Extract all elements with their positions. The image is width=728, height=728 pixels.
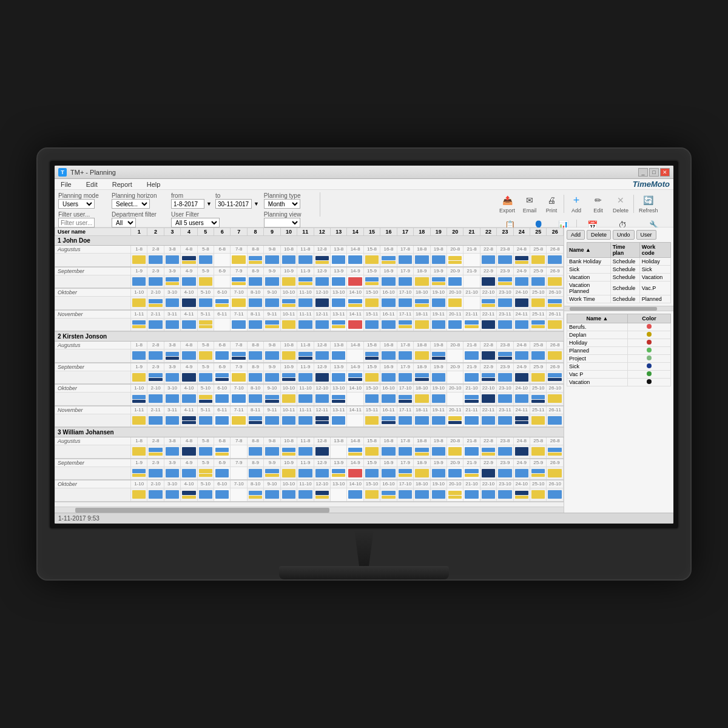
menu-edit[interactable]: Edit xyxy=(84,181,100,188)
day-cell[interactable] xyxy=(164,275,180,288)
day-cell[interactable] xyxy=(164,445,180,459)
day-cell[interactable] xyxy=(380,254,397,267)
day-cell[interactable] xyxy=(363,349,380,363)
menu-help[interactable]: Help xyxy=(144,181,163,188)
day-cell[interactable] xyxy=(147,254,164,267)
day-cell[interactable] xyxy=(331,275,347,288)
day-cell[interactable] xyxy=(447,275,463,288)
day-cell[interactable] xyxy=(231,393,247,406)
day-cell[interactable] xyxy=(214,488,231,502)
day-cell[interactable] xyxy=(147,275,164,288)
day-cell[interactable] xyxy=(280,488,297,502)
day-cell[interactable] xyxy=(314,488,330,502)
day-cell[interactable] xyxy=(331,467,347,480)
delete-button[interactable]: ✕ Delete xyxy=(610,192,631,215)
day-cell[interactable] xyxy=(331,371,347,384)
day-cell[interactable] xyxy=(513,254,530,267)
day-cell[interactable] xyxy=(530,414,547,427)
day-cell[interactable] xyxy=(463,297,480,310)
day-cell[interactable] xyxy=(331,349,347,363)
rp-table-row[interactable]: VacationScheduleVacation xyxy=(567,274,671,281)
day-cell[interactable] xyxy=(231,414,247,427)
day-cell[interactable] xyxy=(331,318,347,331)
day-cell[interactable] xyxy=(130,488,147,502)
day-cell[interactable] xyxy=(247,467,263,480)
day-cell[interactable] xyxy=(280,318,297,331)
day-cell[interactable] xyxy=(197,275,214,288)
day-cell[interactable] xyxy=(331,393,347,406)
legend-row[interactable]: Vac P xyxy=(567,371,671,379)
day-cell[interactable] xyxy=(147,467,164,480)
to-date-input[interactable] xyxy=(215,199,252,209)
day-cell[interactable] xyxy=(181,488,197,502)
day-cell[interactable] xyxy=(447,467,463,480)
day-cell[interactable] xyxy=(380,371,397,384)
legend-row[interactable]: Berufs. xyxy=(567,323,671,331)
day-cell[interactable] xyxy=(497,371,513,384)
day-cell[interactable] xyxy=(164,318,180,331)
day-cell[interactable] xyxy=(314,349,330,363)
day-cell[interactable] xyxy=(463,371,480,384)
day-cell[interactable] xyxy=(197,297,214,310)
day-cell[interactable] xyxy=(181,318,197,331)
day-cell[interactable] xyxy=(430,254,447,267)
day-cell[interactable] xyxy=(530,371,547,384)
day-cell[interactable] xyxy=(130,275,147,288)
day-cell[interactable] xyxy=(530,254,547,267)
day-cell[interactable] xyxy=(397,393,413,406)
day-cell[interactable] xyxy=(463,445,480,459)
day-cell[interactable] xyxy=(264,414,280,427)
day-cell[interactable] xyxy=(231,488,247,502)
day-cell[interactable] xyxy=(497,414,513,427)
day-cell[interactable] xyxy=(314,318,330,331)
day-cell[interactable] xyxy=(547,467,564,480)
day-cell[interactable] xyxy=(414,393,430,406)
day-cell[interactable] xyxy=(197,445,214,459)
day-cell[interactable] xyxy=(164,254,180,267)
day-cell[interactable] xyxy=(397,371,413,384)
day-cell[interactable] xyxy=(264,488,280,502)
day-cell[interactable] xyxy=(414,349,430,363)
day-cell[interactable] xyxy=(181,393,197,406)
day-cell[interactable] xyxy=(530,349,547,363)
day-cell[interactable] xyxy=(147,414,164,427)
day-cell[interactable] xyxy=(414,488,430,502)
rp-add-button[interactable]: Add xyxy=(567,230,585,240)
day-cell[interactable] xyxy=(264,275,280,288)
day-cell[interactable] xyxy=(414,445,430,459)
day-cell[interactable] xyxy=(214,297,231,310)
user-filter-select[interactable]: All 5 users xyxy=(171,218,220,228)
day-cell[interactable] xyxy=(480,371,496,384)
day-cell[interactable] xyxy=(347,371,363,384)
day-cell[interactable] xyxy=(497,393,513,406)
day-cell[interactable] xyxy=(197,488,214,502)
day-cell[interactable] xyxy=(513,297,530,310)
day-cell[interactable] xyxy=(447,414,463,427)
day-cell[interactable] xyxy=(430,318,447,331)
day-cell[interactable] xyxy=(363,488,380,502)
day-cell[interactable] xyxy=(297,297,314,310)
day-cell[interactable] xyxy=(497,297,513,310)
day-cell[interactable] xyxy=(130,318,147,331)
day-cell[interactable] xyxy=(331,254,347,267)
day-cell[interactable] xyxy=(197,393,214,406)
day-cell[interactable] xyxy=(347,297,363,310)
day-cell[interactable] xyxy=(197,254,214,267)
day-cell[interactable] xyxy=(480,349,496,363)
close-button[interactable]: ✕ xyxy=(660,168,670,177)
day-cell[interactable] xyxy=(231,349,247,363)
day-cell[interactable] xyxy=(247,349,263,363)
day-cell[interactable] xyxy=(547,414,564,427)
day-cell[interactable] xyxy=(314,445,330,459)
day-cell[interactable] xyxy=(264,349,280,363)
legend-row[interactable]: Planned xyxy=(567,347,671,355)
day-cell[interactable] xyxy=(197,371,214,384)
day-cell[interactable] xyxy=(447,254,463,267)
legend-row[interactable]: Vacation xyxy=(567,379,671,386)
day-cell[interactable] xyxy=(447,349,463,363)
day-cell[interactable] xyxy=(297,393,314,406)
day-cell[interactable] xyxy=(130,297,147,310)
day-cell[interactable] xyxy=(530,275,547,288)
day-cell[interactable] xyxy=(513,445,530,459)
day-cell[interactable] xyxy=(164,488,180,502)
